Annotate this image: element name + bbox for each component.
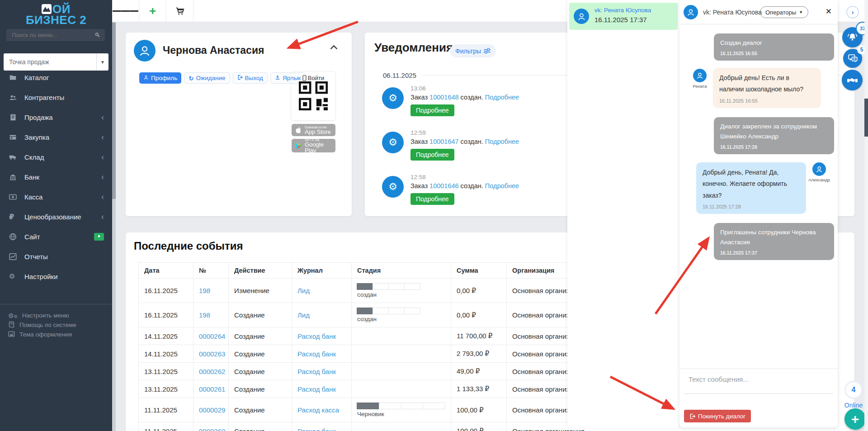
button-label: Выход [245,75,263,81]
menu-search-input[interactable] [11,31,94,39]
order-link[interactable]: 10001648 [429,94,459,101]
add-button[interactable]: + [139,0,166,22]
logout-button[interactable]: Выход [233,72,268,84]
page: ОЙ БИЗНЕС 2 🔍︎ Точка продаж ▼ КаталогКон… [0,0,868,431]
footer-link-system-help[interactable]: Помощь по системе [8,320,112,330]
partners-button[interactable] [842,70,863,90]
sidebar-item-settings[interactable]: ⚙Настройки [0,266,112,286]
details-button[interactable]: Подробнее [410,149,454,161]
fab-add-button[interactable]: + [844,408,866,430]
chat-list-item-selected[interactable]: vk: Рената Юсупова 16.11.2025 17:37 [569,3,678,30]
chevron-left-icon: ‹ [101,113,104,121]
appstore-line2: App Store [305,129,331,135]
sidebar-item-label: Каталог [24,74,104,81]
sidebar-item-warehouse[interactable]: Склад‹ [0,147,112,167]
sidebar-scrollbar[interactable] [112,22,116,431]
details-button[interactable]: Подробнее [410,104,454,116]
sidebar-item-label: Склад [24,153,101,161]
journal-link[interactable]: Расход банк [297,332,336,340]
sidebar-item-purchase[interactable]: Закупка‹ [0,127,112,147]
bell-icon [847,32,858,43]
journal-link[interactable]: Расход банк [297,427,336,431]
journal-link[interactable]: Расход банк [297,368,336,375]
qr-login-card[interactable]: Войти [291,71,336,121]
leave-dialog-button[interactable]: Покинуть диалог [684,410,751,422]
message-avatar: Рената [687,69,713,89]
notification-content: 12:58Заказ 10001646 создан. ПодробнееПод… [410,174,519,205]
message-input[interactable]: Текст сообщения... [679,369,838,393]
notification-time: 12:59 [410,129,519,136]
column-header: Действие [229,263,292,279]
cell-date: 16.11.2025 [139,279,193,303]
notification-time: 13:06 [410,85,519,92]
notification-text: Заказ 10001647 создан. Подробнее [410,138,519,145]
filters-button[interactable]: Фильтры [450,44,496,57]
document-link[interactable]: 198 [199,311,210,319]
page-scrollbar-thumb[interactable] [864,99,868,137]
journal-link[interactable]: Лид [297,287,310,294]
card-icon [9,133,20,141]
hamburger-menu-button[interactable] [112,0,139,22]
cell-action: Изменение [229,279,292,303]
sidebar-item-bank[interactable]: Банк‹ [0,167,112,187]
stage-progress [357,403,445,409]
appstore-badge[interactable]: Download on theApp Store [292,124,335,136]
button-label: Профиль [151,75,177,81]
sidebar-item-site[interactable]: Сайт [0,227,112,246]
notifications-date: 06.11.2025 [383,71,416,79]
sidebar-item-cashbox[interactable]: Касса‹ [0,187,112,207]
document-link[interactable]: 198 [199,287,210,294]
sidebar-item-sales[interactable]: Продажа‹ [0,107,112,127]
sidebar-item-contractors[interactable]: Контрагенты [0,87,112,107]
sidebar-item-label: Контрагенты [24,94,104,101]
operators-label: Операторы [765,9,796,16]
sidebar-item-catalog[interactable]: Каталог [0,67,112,87]
footer-link-label: Настроить меню [22,312,69,319]
collapse-chevron-icon[interactable] [330,43,338,52]
cell-stage [352,422,451,431]
journal-link[interactable]: Расход банк [297,385,336,393]
order-link[interactable]: 10001647 [429,138,459,145]
document-link[interactable]: 0000263 [199,350,225,358]
cart-button[interactable] [166,0,193,22]
document-link[interactable]: 0000029 [199,406,225,414]
details-button[interactable]: Подробнее [410,193,454,205]
footer-link-theme[interactable]: Тема оформления [8,330,112,339]
document-link[interactable]: 0000261 [199,385,225,393]
journal-link[interactable]: Лид [297,311,310,319]
waiting-button[interactable]: ↻Ожидание [184,72,230,84]
details-link[interactable]: Подробнее [485,182,519,189]
order-link[interactable]: 10001646 [429,182,459,189]
document-link[interactable]: 0000264 [199,332,225,340]
chat-message-outgoing: Добрый день, Рената! Да, конечно. Желает… [679,162,838,214]
sidebar-item-reports[interactable]: Отчеты [0,246,112,266]
cell-sum: 1 133,33 ₽ [451,380,507,398]
sidebar-scrollbar-thumb[interactable] [112,23,116,199]
journal-link[interactable]: Расход банк [297,350,336,358]
notifications-title: Уведомления [374,41,453,55]
profile-button[interactable]: Профиль [139,72,181,84]
page-scrollbar[interactable] [864,0,868,431]
message-time: 16.11.2025 17:37 [720,250,828,256]
footer-link-customize-menu[interactable]: ⚙⚙Настроить меню [8,311,112,320]
document-link[interactable]: 0000260 [199,427,225,431]
sidebar-item-pricing[interactable]: ₽Ценообразование‹ [0,207,112,227]
cell-action: Создание [229,303,292,327]
googleplay-badge[interactable]: GET IT ONGoogle Play [292,139,335,152]
details-link[interactable]: Подробнее [485,94,519,101]
menu-search[interactable]: 🔍︎ [6,29,105,41]
close-icon[interactable]: ✕ [826,8,832,15]
details-link[interactable]: Подробнее [485,138,519,145]
cell-number: 0000260 [193,422,229,431]
cell-journal: Расход банк [292,380,352,398]
gear-icon: ⚙ [382,87,404,109]
footer-link-label: Тема оформления [19,331,72,338]
cell-action: Создание [229,327,292,345]
journal-link[interactable]: Расход касса [297,406,339,414]
cell-stage: создан [352,303,451,327]
document-link[interactable]: 0000262 [199,368,225,375]
collapse-panel-button[interactable]: › [846,6,859,19]
operators-dropdown[interactable]: Операторы ▼ [760,6,808,18]
handshake-icon [847,75,858,86]
chat-bubbles-icon [847,53,859,64]
